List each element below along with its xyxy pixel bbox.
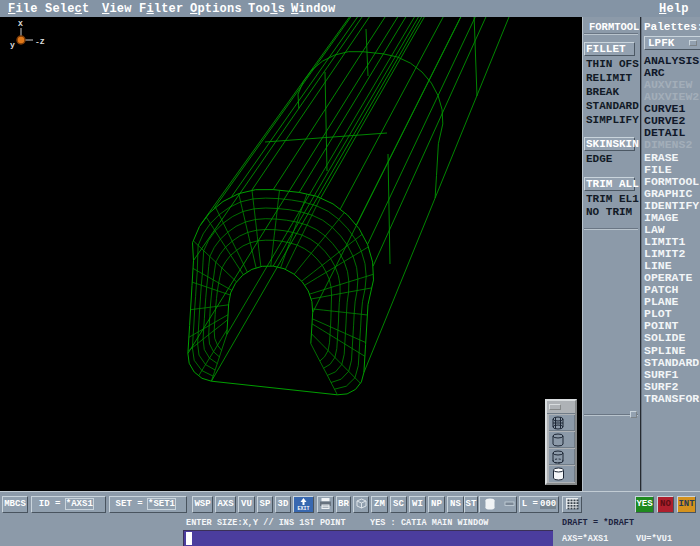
svg-text:EXIT: EXIT [298,506,310,511]
svg-text:y: y [10,40,15,49]
svg-text:-Z: -Z [35,37,45,46]
svg-text:X: X [18,19,23,28]
